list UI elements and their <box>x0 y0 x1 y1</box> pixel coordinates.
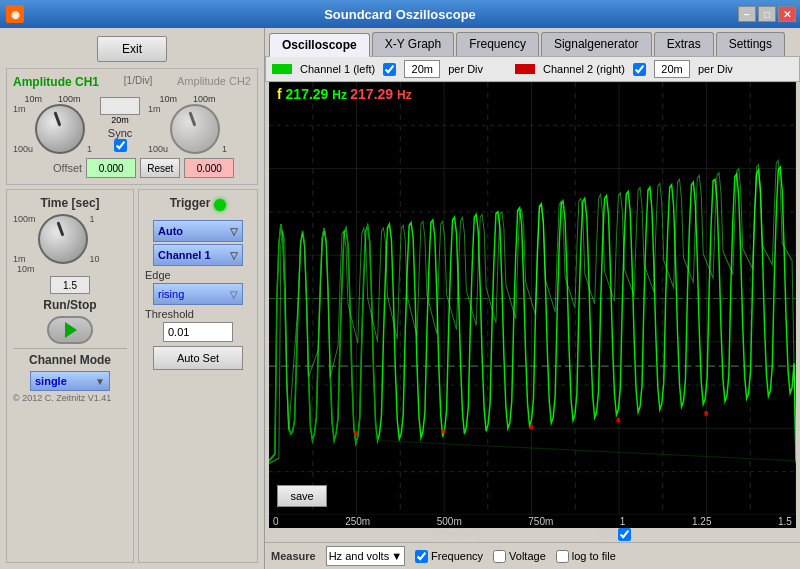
trigger-mode-arrow: ▽ <box>230 226 238 237</box>
svg-point-30 <box>704 411 708 416</box>
ch2-amplitude-knob[interactable] <box>170 104 220 154</box>
svg-point-28 <box>530 424 534 429</box>
ch1-scale-right-bottom: 1 <box>87 144 92 154</box>
run-stop-section: Run/Stop <box>13 298 127 344</box>
ch1-color-indicator <box>272 64 292 74</box>
trigger-channel-arrow: ▽ <box>230 250 238 261</box>
tab-oscilloscope[interactable]: Oscilloscope <box>269 33 370 57</box>
ch1-per-div-label: per Div <box>448 63 483 75</box>
run-stop-button[interactable] <box>47 316 93 344</box>
time-knob-area: 100m 1m 1 10 <box>13 214 127 264</box>
div-label: [1/Div] <box>124 75 152 89</box>
minimize-button[interactable]: − <box>738 6 756 22</box>
x-label-0: 0 <box>273 516 279 527</box>
close-button[interactable]: ✕ <box>778 6 796 22</box>
ch1-per-div-input[interactable] <box>404 60 440 78</box>
freq-f-label: f <box>277 86 282 102</box>
maximize-button[interactable]: □ <box>758 6 776 22</box>
tab-signalgenerator[interactable]: Signalgenerator <box>541 32 652 56</box>
time-axis-label: Time [sec] <box>434 528 480 539</box>
window-title: Soundcard Oszilloscope <box>324 7 476 22</box>
ch1-input-label: 20m <box>100 115 140 125</box>
sync-checkbox[interactable] <box>114 139 127 152</box>
sync-row: 20m <box>100 97 140 125</box>
threshold-label: Threshold <box>145 308 251 320</box>
svg-point-29 <box>616 418 620 423</box>
x-label-750m: 750m <box>528 516 553 527</box>
time-section-title: Time [sec] <box>13 196 127 210</box>
waveform-svg <box>269 82 796 515</box>
channel-mode-arrow: ▼ <box>95 376 105 387</box>
save-button[interactable]: save <box>277 485 327 507</box>
ch1-offset-input[interactable] <box>86 158 136 178</box>
tab-frequency[interactable]: Frequency <box>456 32 539 56</box>
run-stop-label: Run/Stop <box>13 298 127 312</box>
tab-settings[interactable]: Settings <box>716 32 785 56</box>
time-scale-10m: 10m <box>17 264 127 274</box>
ch1-scale-top: 10m <box>25 94 43 104</box>
tab-extras[interactable]: Extras <box>654 32 714 56</box>
ch1-amplitude-knob[interactable] <box>35 104 85 154</box>
trigger-title: Trigger <box>170 196 211 210</box>
svg-point-26 <box>354 431 358 436</box>
title-bar: ◉ Soundcard Oszilloscope − □ ✕ <box>0 0 800 28</box>
ch2-offset-input[interactable] <box>184 158 234 178</box>
offset-label: Offset <box>53 162 82 174</box>
main-container: Exit Amplitude CH1 [1/Div] Amplitude CH2… <box>0 28 800 569</box>
ch2-scale-top: 10m <box>160 94 178 104</box>
copyright: © 2012 C. Zeitnitz V1.41 <box>13 393 127 403</box>
voltage-checkbox[interactable] <box>493 550 506 563</box>
trigger-channel-label: Channel 1 <box>158 249 211 261</box>
svg-point-27 <box>442 428 446 433</box>
app-icon: ◉ <box>6 5 24 23</box>
amplitude-ch2-label: Amplitude CH2 <box>177 75 251 89</box>
time-value-display: 1.5 <box>50 276 90 294</box>
voltage-check-text: Voltage <box>509 550 546 562</box>
time-scale-1m: 1m <box>13 254 36 264</box>
trigger-mode-dropdown[interactable]: Auto ▽ <box>153 220 243 242</box>
play-icon <box>65 322 77 338</box>
ch1-input[interactable] <box>100 97 140 115</box>
x-label-500m: 500m <box>437 516 462 527</box>
bottom-bar: Measure Hz and volts ▼ Frequency Voltage… <box>265 542 800 569</box>
grid-checkbox[interactable] <box>618 528 631 541</box>
ch1-bar-label: Channel 1 (left) <box>300 63 375 75</box>
trigger-mode-label: Auto <box>158 225 183 237</box>
amplitude-header: Amplitude CH1 [1/Div] Amplitude CH2 <box>13 75 251 89</box>
channel-bar: Channel 1 (left) per Div Channel 2 (righ… <box>265 56 800 82</box>
frequency-checkbox[interactable] <box>415 550 428 563</box>
right-panel: Oscilloscope X-Y Graph Frequency Signalg… <box>265 28 800 569</box>
left-panel: Exit Amplitude CH1 [1/Div] Amplitude CH2… <box>0 28 265 569</box>
reset-button[interactable]: Reset <box>140 158 180 178</box>
exit-button[interactable]: Exit <box>97 36 167 62</box>
x-label-250m: 250m <box>345 516 370 527</box>
measure-label: Measure <box>271 550 316 562</box>
time-knob[interactable] <box>38 214 88 264</box>
tab-xy-graph[interactable]: X-Y Graph <box>372 32 454 56</box>
ch2-per-div-input[interactable] <box>654 60 690 78</box>
frequency-display: f 217.29 Hz 217.29 Hz <box>277 86 412 102</box>
edge-dropdown[interactable]: rising ▽ <box>153 283 243 305</box>
trigger-channel-dropdown[interactable]: Channel 1 ▽ <box>153 244 243 266</box>
time-scale-10: 10 <box>90 254 100 264</box>
ch2-checkbox[interactable] <box>633 63 646 76</box>
ch2-color-indicator <box>515 64 535 74</box>
ch1-scale-right-top: 100m <box>58 94 81 104</box>
ch1-checkbox[interactable] <box>383 63 396 76</box>
threshold-input[interactable] <box>163 322 233 342</box>
ch2-bar-label: Channel 2 (right) <box>543 63 625 75</box>
log-to-file-checkbox[interactable] <box>556 550 569 563</box>
ch2-knob-container: 10m 100m 1m 100u 1 <box>148 94 227 154</box>
x-label-125: 1.25 <box>692 516 711 527</box>
trigger-status-led <box>214 199 226 211</box>
auto-set-button[interactable]: Auto Set <box>153 346 243 370</box>
frequency-check-text: Frequency <box>431 550 483 562</box>
x-axis-time-label: Time [sec] Grid <box>269 528 796 541</box>
ch2-per-div-label: per Div <box>698 63 733 75</box>
measure-dropdown[interactable]: Hz and volts ▼ <box>326 546 405 566</box>
freq-hz-ch2: Hz <box>397 88 412 102</box>
channel-mode-dropdown[interactable]: single ▼ <box>30 371 110 391</box>
amplitude-ch1-label: Amplitude CH1 <box>13 75 99 89</box>
ch1-scale-bottom: 100u <box>13 144 33 154</box>
ch2-scale-right-top: 100m <box>193 94 216 104</box>
